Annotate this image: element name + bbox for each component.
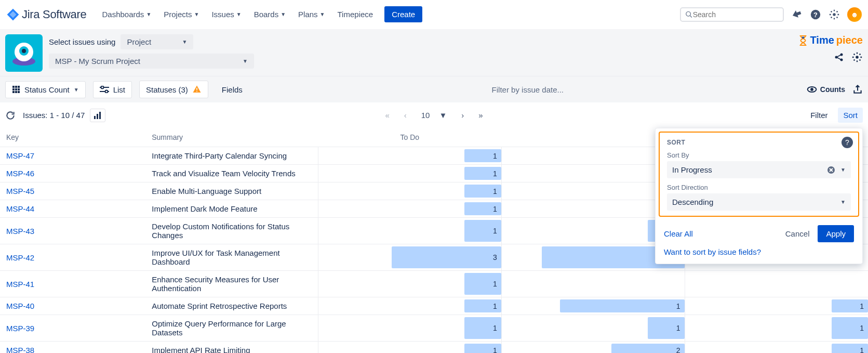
- chevron-down-icon: ▼: [840, 167, 846, 173]
- logo-text: Jira Software: [22, 8, 86, 21]
- issue-key-link[interactable]: MSP-46: [6, 169, 34, 178]
- filter-hint[interactable]: Filter by issue date...: [256, 85, 799, 94]
- bar-cell: 1: [685, 297, 868, 315]
- user-avatar[interactable]: ☻: [847, 7, 862, 22]
- select-issues-label: Select issues using: [49, 37, 115, 46]
- share-icon[interactable]: [834, 51, 844, 63]
- search-input[interactable]: [693, 10, 779, 19]
- nav-timepiece[interactable]: Timepiece: [332, 7, 379, 22]
- jira-logo-icon: [6, 8, 20, 21]
- help-icon[interactable]: ?: [810, 9, 821, 20]
- toolbar: Status Count ▼ List Statuses (3) Fields …: [0, 76, 868, 102]
- apply-button[interactable]: Apply: [818, 225, 854, 242]
- issue-key-link[interactable]: MSP-39: [6, 324, 34, 333]
- issue-key-link[interactable]: MSP-41: [6, 280, 34, 289]
- create-button[interactable]: Create: [384, 6, 422, 22]
- bar-cell: 1: [318, 200, 501, 218]
- chart-icon[interactable]: [90, 109, 105, 122]
- svg-rect-15: [12, 86, 15, 88]
- sort-direction-dropdown[interactable]: Descending ▼: [667, 193, 851, 211]
- issue-key-link[interactable]: MSP-47: [6, 151, 34, 160]
- chevron-down-icon: ▼: [840, 199, 846, 205]
- clear-all-button[interactable]: Clear All: [664, 229, 693, 238]
- svg-rect-28: [196, 88, 197, 90]
- settings-icon[interactable]: [829, 9, 840, 20]
- svg-rect-19: [15, 88, 17, 90]
- pager-first[interactable]: «: [385, 111, 389, 120]
- top-nav: Jira Software Dashboards▼ Projects▼ Issu…: [0, 0, 868, 29]
- bar-cell: 1: [501, 297, 685, 315]
- bar-cell: 1: [318, 218, 501, 244]
- nav-boards[interactable]: Boards▼: [249, 7, 291, 22]
- nav-projects[interactable]: Projects▼: [158, 7, 204, 22]
- bar-cell: 1: [318, 165, 501, 182]
- project-controls: Select issues using Project▼ MSP - My Sc…: [49, 34, 798, 69]
- counts-toggle[interactable]: Counts: [807, 84, 845, 95]
- clear-icon[interactable]: [827, 166, 835, 174]
- issue-key-link[interactable]: MSP-40: [6, 302, 34, 310]
- bar-cell: 1: [318, 271, 501, 297]
- nav-issues[interactable]: Issues▼: [206, 7, 246, 22]
- svg-rect-17: [18, 86, 20, 88]
- chevron-down-icon: ▼: [281, 11, 286, 17]
- svg-rect-21: [12, 91, 15, 93]
- search-box[interactable]: [680, 7, 784, 22]
- nav-plans[interactable]: Plans▼: [293, 7, 330, 22]
- pager-next[interactable]: ›: [461, 111, 464, 120]
- issue-summary: Enhance Security Measures for User Authe…: [145, 271, 318, 297]
- pager-row: Issues: 1 - 10 / 47 « ‹ 10▼ › » Filter S…: [0, 102, 868, 128]
- issue-key-link[interactable]: MSP-43: [6, 227, 34, 236]
- eye-icon: [807, 84, 817, 95]
- fields-button[interactable]: Fields: [216, 82, 249, 98]
- jira-logo[interactable]: Jira Software: [6, 8, 86, 21]
- statuses-button[interactable]: Statuses (3): [139, 81, 208, 98]
- timepiece-brand: Timepiece: [798, 34, 863, 46]
- issues-count: Issues: 1 - 10 / 47: [23, 111, 85, 120]
- status-count-dropdown[interactable]: Status Count ▼: [5, 81, 86, 98]
- pager-last[interactable]: »: [478, 111, 483, 120]
- chevron-down-icon: ▼: [439, 111, 447, 120]
- table-row: MSP-40Automate Sprint Retrospective Repo…: [0, 297, 868, 315]
- nav-dashboards[interactable]: Dashboards▼: [97, 7, 156, 22]
- bar-cell: 2: [501, 342, 685, 354]
- sort-by-fields-link[interactable]: Want to sort by issue fields?: [656, 247, 862, 264]
- cancel-button[interactable]: Cancel: [785, 229, 810, 238]
- issue-summary: Implement API Rate Limiting: [145, 342, 318, 354]
- svg-rect-29: [196, 91, 197, 92]
- sort-button[interactable]: Sort: [838, 108, 863, 123]
- table-wrap: Key Summary To Do MSP-47Integrate Third-…: [0, 128, 868, 353]
- svg-point-31: [810, 88, 813, 91]
- gear-icon[interactable]: [851, 51, 863, 63]
- scope-dropdown[interactable]: Project▼: [121, 34, 193, 49]
- svg-rect-33: [97, 114, 98, 119]
- chevron-down-icon: ▼: [194, 11, 199, 17]
- table-row: MSP-41Enhance Security Measures for User…: [0, 271, 868, 297]
- list-button[interactable]: List: [93, 81, 132, 98]
- issue-key-link[interactable]: MSP-42: [6, 253, 34, 262]
- bar-cell: 1: [501, 315, 685, 342]
- brand-right: Timepiece: [798, 34, 863, 63]
- filter-button[interactable]: Filter: [810, 111, 827, 120]
- help-icon[interactable]: ?: [842, 137, 853, 148]
- issue-summary: Integrate Third-Party Calendar Syncing: [145, 147, 318, 165]
- issue-key-link[interactable]: MSP-45: [6, 187, 34, 195]
- search-icon: [685, 10, 693, 19]
- pager-prev[interactable]: ‹: [404, 111, 407, 120]
- chevron-down-icon: ▼: [74, 87, 79, 93]
- chevron-down-icon: ▼: [146, 11, 151, 17]
- issue-key-link[interactable]: MSP-44: [6, 204, 34, 213]
- bar-cell: 1: [318, 315, 501, 342]
- page-size-dropdown[interactable]: 10▼: [421, 111, 447, 120]
- sort-by-dropdown[interactable]: In Progress ▼: [667, 161, 851, 178]
- issue-summary: Implement Dark Mode Feature: [145, 200, 318, 218]
- export-icon[interactable]: [852, 84, 863, 95]
- bar-cell: 1: [685, 315, 868, 342]
- bar-cell: 1: [318, 147, 501, 165]
- project-dropdown[interactable]: MSP - My Scrum Project▼: [49, 54, 254, 69]
- issue-summary: Automate Sprint Retrospective Reports: [145, 297, 318, 315]
- issue-key-link[interactable]: MSP-38: [6, 346, 34, 353]
- sort-by-label: Sort By: [667, 151, 851, 159]
- svg-rect-16: [15, 86, 17, 88]
- refresh-icon[interactable]: [5, 110, 16, 121]
- notifications-icon[interactable]: [791, 9, 803, 20]
